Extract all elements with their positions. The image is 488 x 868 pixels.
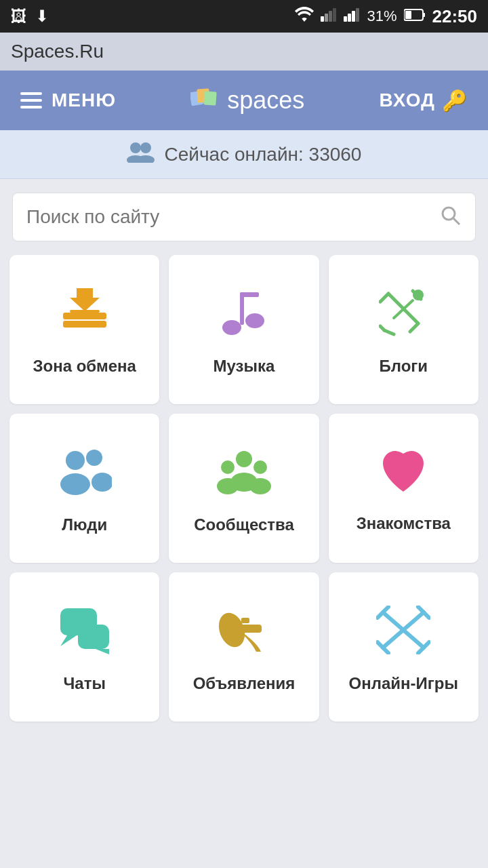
svg-rect-10	[423, 13, 425, 17]
menu-label: МЕНЮ	[52, 90, 116, 111]
login-button[interactable]: ВХОД 🔑	[380, 89, 468, 113]
music-icon	[220, 288, 268, 344]
online-users-icon	[127, 141, 155, 167]
signal2-icon	[344, 7, 360, 26]
svg-rect-1	[325, 14, 328, 22]
svg-line-31	[410, 323, 418, 332]
svg-rect-3	[333, 8, 336, 22]
hamburger-icon	[20, 92, 42, 108]
svg-rect-6	[352, 11, 355, 22]
online-banner: Сейчас онлайн: 33060	[0, 130, 488, 179]
battery-icon	[404, 7, 426, 25]
spaces-logo-icon	[190, 87, 220, 113]
svg-rect-48	[78, 625, 109, 649]
svg-point-45	[249, 478, 271, 494]
svg-rect-51	[241, 625, 262, 633]
svg-point-42	[253, 460, 267, 474]
svg-rect-21	[63, 321, 106, 328]
card-community[interactable]: Сообщества	[169, 414, 319, 563]
people-icon	[58, 447, 112, 503]
card-dating[interactable]: Знакомства	[329, 414, 479, 563]
svg-point-37	[60, 473, 90, 495]
status-bar: 🖼 ⬇ 31%	[0, 0, 488, 33]
ads-icon	[217, 606, 271, 662]
grid-row-1: Зона обмена Музыка	[9, 255, 479, 404]
svg-point-18	[443, 208, 455, 220]
page-title: Spaces.Ru	[11, 41, 104, 62]
card-dating-label: Знакомства	[357, 514, 451, 533]
svg-marker-49	[96, 649, 109, 654]
status-bar-right: 31% 22:50	[295, 6, 477, 27]
download-status-icon: ⬇	[35, 7, 49, 26]
svg-rect-0	[321, 16, 324, 22]
svg-line-19	[453, 218, 460, 224]
card-ads-label: Объявления	[193, 674, 296, 693]
card-music[interactable]: Музыка	[169, 255, 319, 404]
svg-rect-13	[204, 91, 217, 105]
svg-point-14	[130, 142, 141, 153]
search-area	[0, 179, 488, 255]
svg-point-38	[86, 450, 102, 466]
time-display: 22:50	[432, 6, 478, 27]
card-chats[interactable]: Чаты	[9, 572, 159, 722]
grid-row-3: Чаты Объявления	[9, 572, 479, 722]
main-grid: Зона обмена Музыка	[0, 255, 488, 735]
blog-icon	[379, 288, 428, 344]
card-chats-label: Чаты	[63, 674, 105, 693]
svg-point-40	[236, 451, 252, 467]
search-input[interactable]	[26, 206, 430, 228]
search-icon	[440, 205, 462, 229]
dating-icon	[379, 448, 428, 502]
svg-marker-22	[70, 288, 100, 311]
card-ads[interactable]: Объявления	[169, 572, 319, 722]
title-bar: Spaces.Ru	[0, 33, 488, 71]
menu-button[interactable]: МЕНЮ	[20, 90, 116, 111]
nav-bar: МЕНЮ spaces ВХОД 🔑	[0, 71, 488, 130]
svg-rect-7	[356, 8, 359, 22]
card-games[interactable]: Онлайн-Игры	[329, 572, 479, 722]
card-music-label: Музыка	[214, 357, 275, 376]
battery-percent: 31%	[367, 7, 396, 25]
svg-point-25	[245, 313, 264, 328]
svg-rect-9	[405, 11, 411, 19]
svg-point-39	[92, 473, 112, 492]
card-community-label: Сообщества	[194, 515, 294, 534]
card-people[interactable]: Люди	[9, 414, 159, 563]
svg-point-15	[140, 142, 151, 153]
signal-icon	[321, 7, 337, 26]
card-people-label: Люди	[62, 515, 107, 534]
svg-rect-23	[70, 310, 100, 313]
card-games-label: Онлайн-Игры	[349, 674, 458, 693]
svg-rect-4	[344, 16, 347, 22]
svg-rect-52	[241, 618, 249, 623]
card-blogs[interactable]: Блоги	[329, 255, 479, 404]
photo-icon: 🖼	[11, 7, 27, 26]
svg-rect-27	[240, 292, 259, 297]
svg-marker-47	[60, 635, 77, 646]
svg-line-30	[380, 294, 388, 302]
svg-line-33	[380, 326, 384, 330]
login-label: ВХОД	[380, 90, 435, 111]
grid-row-2: Люди Сообщества Знакомства	[9, 414, 479, 563]
download-icon	[58, 288, 112, 344]
key-icon: 🔑	[442, 89, 468, 113]
svg-point-24	[222, 320, 241, 335]
svg-point-41	[221, 460, 235, 474]
card-blogs-label: Блоги	[380, 357, 428, 376]
wifi-icon	[295, 7, 314, 26]
card-exchange[interactable]: Зона обмена	[9, 255, 159, 404]
logo-text: spaces	[227, 86, 304, 115]
svg-point-36	[66, 451, 85, 470]
svg-rect-20	[63, 313, 106, 319]
online-count-text: Сейчас онлайн: 33060	[165, 144, 362, 165]
status-bar-left-icons: 🖼 ⬇	[11, 7, 49, 26]
games-icon	[376, 606, 430, 662]
svg-point-34	[413, 290, 424, 300]
svg-rect-5	[348, 14, 351, 22]
svg-rect-2	[329, 11, 332, 22]
svg-point-44	[217, 478, 239, 494]
nav-logo[interactable]: spaces	[190, 86, 304, 115]
card-exchange-label: Зона обмена	[33, 357, 136, 376]
search-box[interactable]	[12, 193, 476, 241]
svg-rect-26	[240, 292, 244, 325]
